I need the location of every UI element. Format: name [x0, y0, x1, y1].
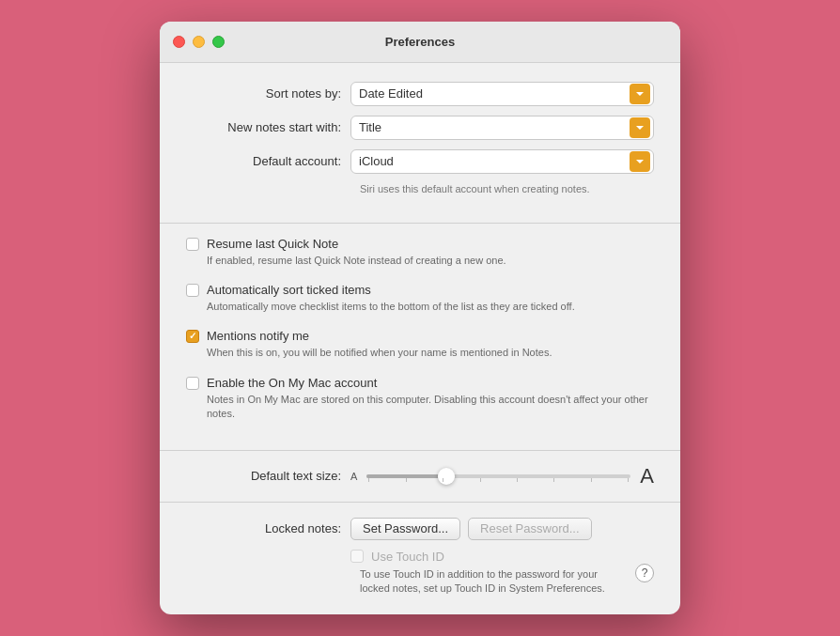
mentions-row: Mentions notify me — [186, 329, 654, 343]
touch-id-label: Use Touch ID — [371, 550, 444, 564]
auto-sort-group: Automatically sort ticked items Automati… — [186, 283, 654, 314]
slider-ticks — [366, 478, 630, 482]
help-button[interactable]: ? — [635, 564, 654, 582]
slider-thumb[interactable] — [438, 468, 455, 485]
tick-5 — [517, 478, 518, 482]
form-section: Sort notes by: Date Edited New notes sta… — [160, 82, 680, 223]
traffic-lights — [173, 36, 225, 48]
sort-notes-label: Sort notes by: — [186, 86, 350, 101]
mentions-desc: When this is on, you will be notified wh… — [207, 346, 654, 360]
touch-id-checkbox[interactable] — [350, 550, 364, 563]
tick-8 — [628, 478, 629, 482]
content-area: Sort notes by: Date Edited New notes sta… — [160, 63, 680, 615]
set-password-button[interactable]: Set Password... — [350, 518, 460, 540]
resume-quick-note-row: Resume last Quick Note — [186, 237, 654, 251]
tick-4 — [480, 478, 481, 482]
locked-notes-label: Locked notes: — [186, 521, 350, 535]
mentions-label: Mentions notify me — [207, 329, 309, 343]
mentions-group: Mentions notify me When this is on, you … — [186, 329, 654, 360]
locked-notes-row: Locked notes: Set Password... Reset Pass… — [186, 518, 654, 540]
default-account-select-wrapper: iCloud — [350, 149, 654, 174]
mentions-checkbox[interactable] — [186, 330, 199, 343]
default-account-select[interactable]: iCloud — [350, 149, 654, 174]
maximize-button[interactable] — [212, 36, 225, 48]
new-notes-select-wrapper: Title — [350, 116, 654, 140]
tick-2 — [406, 478, 407, 482]
text-size-label: Default text size: — [186, 469, 350, 483]
small-a-label: A — [350, 471, 357, 482]
resume-quick-note-checkbox[interactable] — [186, 238, 199, 251]
close-button[interactable] — [173, 36, 185, 48]
new-notes-label: New notes start with: — [186, 120, 350, 134]
auto-sort-checkbox[interactable] — [186, 284, 199, 297]
tick-1 — [368, 478, 369, 482]
locked-notes-section: Locked notes: Set Password... Reset Pass… — [160, 503, 680, 615]
tick-3 — [443, 478, 443, 482]
new-notes-select[interactable]: Title — [350, 116, 654, 140]
sort-notes-select[interactable]: Date Edited — [350, 82, 654, 106]
default-account-label: Default account: — [186, 154, 350, 168]
touch-id-desc: To use Touch ID in addition to the passw… — [360, 567, 626, 597]
auto-sort-row: Automatically sort ticked items — [186, 283, 654, 297]
window-title: Preferences — [385, 35, 455, 49]
titlebar: Preferences — [160, 22, 680, 63]
on-my-mac-group: Enable the On My Mac account Notes in On… — [186, 376, 654, 422]
large-a-label: A — [640, 464, 654, 489]
resume-quick-note-group: Resume last Quick Note If enabled, resum… — [186, 237, 654, 268]
slider-track — [366, 474, 630, 478]
auto-sort-label: Automatically sort ticked items — [207, 283, 371, 297]
on-my-mac-label: Enable the On My Mac account — [207, 376, 377, 390]
help-btn-container: ? — [626, 567, 654, 582]
resume-quick-note-label: Resume last Quick Note — [207, 237, 338, 251]
sort-notes-row: Sort notes by: Date Edited — [186, 82, 654, 106]
new-notes-row: New notes start with: Title — [186, 116, 654, 140]
text-size-section: Default text size: A — [160, 451, 680, 502]
tick-7 — [591, 478, 592, 482]
checkboxes-section: Resume last Quick Note If enabled, resum… — [160, 224, 680, 450]
sort-notes-select-wrapper: Date Edited — [350, 82, 654, 106]
touch-id-block: Use Touch ID — [186, 550, 654, 564]
reset-password-button[interactable]: Reset Password... — [468, 518, 592, 540]
on-my-mac-row: Enable the On My Mac account — [186, 376, 654, 390]
on-my-mac-desc: Notes in On My Mac are stored on this co… — [207, 393, 654, 422]
resume-quick-note-desc: If enabled, resume last Quick Note inste… — [207, 254, 654, 268]
slider-container: A A — [350, 464, 654, 489]
preferences-window: Preferences Sort notes by: Date Edited N… — [160, 22, 680, 615]
default-account-row: Default account: iCloud — [186, 149, 654, 174]
minimize-button[interactable] — [193, 36, 205, 48]
on-my-mac-checkbox[interactable] — [186, 377, 199, 390]
auto-sort-desc: Automatically move checklist items to th… — [207, 300, 654, 314]
siri-hint: Siri uses this default account when crea… — [360, 183, 654, 194]
touch-id-desc-row: To use Touch ID in addition to the passw… — [360, 567, 654, 597]
tick-6 — [553, 478, 554, 482]
